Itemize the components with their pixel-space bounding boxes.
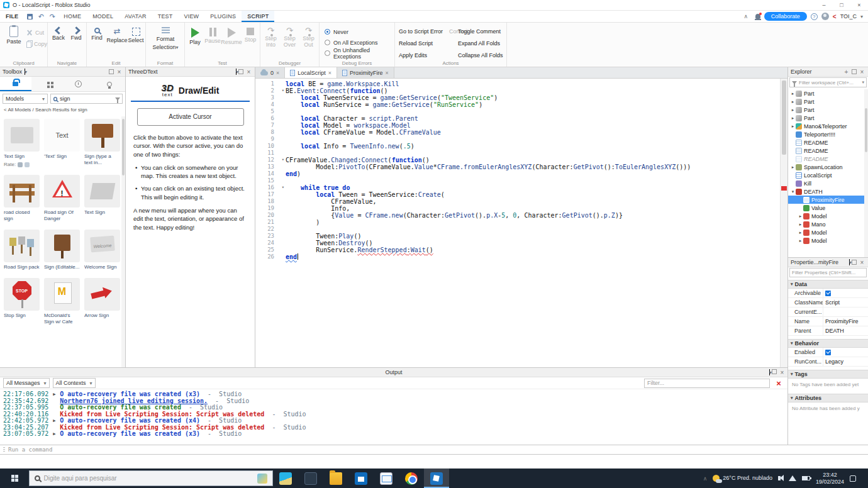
- expand-chevron-icon[interactable]: ▸: [790, 99, 796, 104]
- debug-error-option[interactable]: On All Exceptions: [325, 37, 394, 48]
- toolbox-item[interactable]: Text SignRate:: [4, 119, 40, 167]
- thumbs-up-icon[interactable]: [18, 162, 23, 167]
- editor-tab-0[interactable]: 0: [255, 67, 285, 78]
- tree-item[interactable]: LocalScript: [788, 171, 864, 179]
- output-float-icon[interactable]: [772, 369, 777, 374]
- fold-marker-icon[interactable]: ▾: [282, 185, 284, 191]
- code-line[interactable]: ): [286, 219, 780, 226]
- code-area[interactable]: 12▾3456789101112▾13141516▾17181920212223…: [255, 79, 780, 367]
- close-button[interactable]: ×: [850, 0, 868, 10]
- minimize-button[interactable]: –: [815, 0, 833, 10]
- file-menu[interactable]: FILE: [0, 11, 24, 22]
- help-icon[interactable]: [811, 13, 818, 20]
- redo-icon[interactable]: [47, 12, 57, 21]
- code-line[interactable]: [286, 150, 780, 157]
- taskbar-app-chrome[interactable]: [399, 469, 424, 488]
- tree-item[interactable]: ▸Part: [788, 89, 864, 97]
- toolbox-item[interactable]: Arrow Sign: [84, 278, 120, 325]
- properties-caret-icon[interactable]: [849, 259, 850, 265]
- tree-item[interactable]: ▸Mano&Teleporter: [788, 122, 864, 130]
- start-button[interactable]: [0, 469, 29, 488]
- toolbox-item[interactable]: WelcomeWelcome Sign: [84, 230, 120, 270]
- step-out-button[interactable]: Step Out: [299, 28, 318, 48]
- volume-icon[interactable]: [778, 476, 781, 480]
- thumbs-down-icon[interactable]: [25, 162, 30, 167]
- menu-tab-home[interactable]: HOME: [58, 11, 87, 22]
- filter-funnel-icon[interactable]: [115, 97, 120, 101]
- tree-item[interactable]: ▸Mano: [788, 220, 864, 228]
- code-line[interactable]: end): [286, 170, 780, 177]
- properties-close-icon[interactable]: [859, 259, 865, 266]
- toolbox-item[interactable]: Road Sign pack: [4, 230, 40, 270]
- user-menu-caret-icon[interactable]: [860, 13, 863, 19]
- toolbox-item[interactable]: Sign (type a text in...: [84, 119, 120, 167]
- format-selection-button[interactable]: Format Selection: [150, 27, 181, 51]
- menu-tab-script[interactable]: SCRIPT: [242, 11, 274, 22]
- expand-chevron-icon[interactable]: ▸: [790, 165, 796, 170]
- command-bar[interactable]: [0, 445, 868, 455]
- code-line[interactable]: CFrameValue,: [286, 198, 780, 205]
- editor-scrollbar[interactable]: [780, 79, 787, 367]
- expand-chevron-icon[interactable]: ▸: [790, 116, 796, 121]
- debug-error-option[interactable]: Never: [325, 26, 394, 37]
- code-line[interactable]: Info,: [286, 205, 780, 212]
- editor-tab-localscript[interactable]: LocalScript: [285, 67, 337, 78]
- toolbox-close-icon[interactable]: [116, 69, 123, 75]
- action-center-icon[interactable]: [850, 475, 856, 482]
- replace-button[interactable]: Replace: [106, 26, 128, 44]
- taskbar-clock[interactable]: 23:42 19/02/2024: [816, 472, 844, 485]
- battery-icon[interactable]: [802, 476, 810, 480]
- tree-item[interactable]: ▾DEATH: [788, 187, 864, 196]
- tree-item[interactable]: ▸SpawnLocation: [788, 163, 864, 171]
- property-value[interactable]: DEATH: [823, 326, 868, 335]
- explorer-float-icon[interactable]: [852, 69, 857, 74]
- tree-item[interactable]: Teleporter!!!!: [788, 130, 864, 138]
- expand-chevron-icon[interactable]: ▸: [798, 222, 803, 227]
- expand-chevron-icon[interactable]: ▸: [798, 214, 803, 219]
- menu-tab-avatar[interactable]: AVATAR: [119, 11, 152, 22]
- forward-button[interactable]: Fwd: [68, 28, 84, 42]
- action-item[interactable]: Collapse All Folds: [458, 52, 503, 58]
- output-caret-icon[interactable]: [769, 369, 770, 375]
- category-dropdown[interactable]: Models: [3, 94, 48, 104]
- expand-chevron-icon[interactable]: ▾: [790, 189, 796, 194]
- command-bar-grip[interactable]: [3, 447, 5, 453]
- toolbox-item[interactable]: Text'Text' Sign: [44, 119, 80, 167]
- tree-item[interactable]: Value: [788, 204, 864, 212]
- properties-float-icon[interactable]: [852, 260, 857, 265]
- tree-item[interactable]: ▸Model: [788, 236, 864, 245]
- explorer-close-icon[interactable]: [859, 69, 865, 75]
- taskbar-app-appdark[interactable]: [298, 469, 323, 488]
- clear-output-icon[interactable]: ×: [773, 379, 784, 388]
- toolbox-breadcrumb[interactable]: < All Models / Search Results for sign: [0, 106, 125, 115]
- output-row[interactable]: 22:42:05.972▶O auto-recovery file was cr…: [3, 418, 784, 424]
- menu-tab-view[interactable]: VIEW: [179, 11, 205, 22]
- menu-tab-test[interactable]: TEST: [152, 11, 179, 22]
- menu-tab-model[interactable]: MODEL: [87, 11, 119, 22]
- user-avatar[interactable]: [821, 13, 829, 20]
- fold-marker-icon[interactable]: ▾: [282, 88, 284, 94]
- taskbar-search-input[interactable]: [44, 475, 254, 482]
- code-line[interactable]: local TweenService = game:GetService("Tw…: [286, 94, 780, 101]
- scrollbar-thumb[interactable]: [782, 80, 786, 155]
- property-value[interactable]: [823, 289, 868, 297]
- code-line[interactable]: local Info = TweenInfo.new(.5): [286, 143, 780, 150]
- expand-chevron-icon[interactable]: ▸: [790, 108, 796, 113]
- toolbox-item[interactable]: Sign (Editable...: [44, 230, 80, 270]
- explorer-filter-box[interactable]: [789, 77, 867, 87]
- threedtext-float-icon[interactable]: [238, 69, 243, 74]
- toolbox-float-icon[interactable]: [109, 69, 114, 74]
- close-tab-icon[interactable]: [276, 70, 279, 76]
- toolbox-search-input[interactable]: [60, 96, 113, 102]
- editor-tab-proximityfire[interactable]: ProximityFire: [337, 67, 394, 78]
- code-line[interactable]: {Value = CFrame.new(Character:GetPivot()…: [286, 212, 780, 219]
- copy-button[interactable]: Copy: [26, 40, 47, 48]
- checkbox-checked-icon[interactable]: [825, 291, 831, 296]
- play-button[interactable]: Play: [186, 28, 204, 46]
- code-line[interactable]: BE.Event:Connect(function(): [286, 87, 780, 94]
- tree-item[interactable]: ▸Model: [788, 228, 864, 236]
- toolbox-item[interactable]: STOPStop Sign: [4, 278, 40, 325]
- section-header-attributes[interactable]: ▾Attributes: [788, 394, 868, 402]
- code-line[interactable]: local CFrameValue = Model.CFrameValue: [286, 129, 780, 136]
- toolbox-search-box[interactable]: [50, 94, 123, 104]
